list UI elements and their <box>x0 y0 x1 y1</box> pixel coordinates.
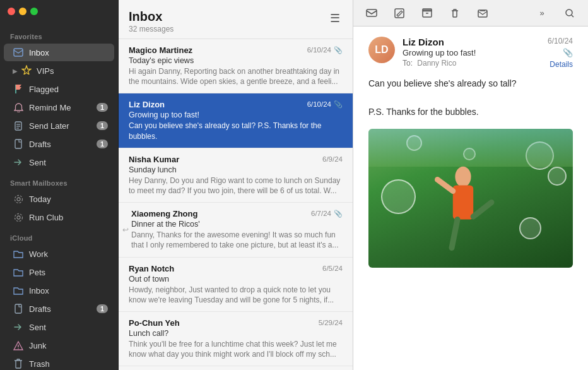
message-preview: Think you'll be free for a lunchtime cha… <box>129 339 343 359</box>
reading-toolbar: » <box>353 0 588 27</box>
badge-remind-me: 1 <box>97 103 108 112</box>
sidebar-item-send-later[interactable]: Send Later 1 <box>4 117 114 134</box>
spam-button[interactable] <box>474 5 491 21</box>
message-subject: Growing up too fast! <box>129 110 343 119</box>
message-header: Magico Martinez 6/10/24📎 <box>129 45 343 55</box>
badge-icloud-drafts: 1 <box>97 304 108 313</box>
sidebar-item-today[interactable]: Today <box>4 190 114 208</box>
message-date: 6/5/24 <box>322 265 343 272</box>
delete-button[interactable] <box>447 5 463 21</box>
message-preview: Hi again Danny, Reporting back on anothe… <box>129 66 343 87</box>
message-date: 6/10/24📎 <box>307 100 343 109</box>
icon-icloud-inbox <box>13 285 24 296</box>
svg-point-10 <box>15 213 22 221</box>
icon-work <box>13 248 24 260</box>
attachment-icon: 📎 <box>334 46 343 54</box>
svg-point-23 <box>566 9 572 16</box>
svg-rect-6 <box>15 140 21 148</box>
icon-remind-me <box>13 102 24 113</box>
svg-rect-26 <box>453 186 473 220</box>
sidebar-item-remind-me[interactable]: Remind Me 1 <box>4 98 114 116</box>
message-header: Ryan Notch 6/5/24 <box>129 264 343 273</box>
message-header: Nisha Kumar 6/9/24 <box>129 155 343 164</box>
sidebar-item-label: Send Later <box>29 121 97 131</box>
attachment-icon: 📎 <box>334 100 343 108</box>
filter-icon[interactable]: ☰ <box>327 9 343 28</box>
sidebar-item-inbox[interactable]: Inbox <box>4 44 114 61</box>
sidebar-item-label: Sent <box>29 323 108 332</box>
sender-name: Nisha Kumar <box>129 155 179 164</box>
svg-point-9 <box>17 216 20 219</box>
sidebar-section-smart-mailboxes: Smart Mailboxes <box>0 172 118 189</box>
sidebar-item-icloud-inbox[interactable]: Inbox <box>4 282 114 299</box>
icon-icloud-sent <box>13 321 24 333</box>
reading-pane: » LD Liz Dizon Growing up too fast! To: <box>353 0 588 370</box>
email-body-line1: Can you believe she's already so tall? <box>368 76 573 90</box>
messages-container: Magico Martinez 6/10/24📎 Today's epic vi… <box>119 39 353 370</box>
badge-send-later: 1 <box>97 121 108 130</box>
sidebar-item-flagged[interactable]: Flagged <box>4 80 114 98</box>
message-subject: Sunday lunch <box>129 165 343 174</box>
search-button[interactable] <box>562 5 578 21</box>
message-preview: Can you believe she's already so tall? P… <box>129 121 343 141</box>
close-button[interactable] <box>8 8 15 15</box>
reply-button[interactable] <box>363 5 380 21</box>
sidebar: Favorites Inbox ▶ VIPs Flagged Remind Me… <box>0 0 119 370</box>
icon-trash <box>13 358 24 369</box>
sidebar-item-label: Drafts <box>29 304 97 314</box>
message-date: 6/10/24📎 <box>307 46 343 54</box>
svg-line-29 <box>452 220 457 248</box>
traffic-lights <box>8 8 38 15</box>
sidebar-item-icloud-drafts[interactable]: Drafts 1 <box>4 300 114 318</box>
archive-button[interactable] <box>419 5 435 21</box>
details-link[interactable]: Details <box>550 60 573 69</box>
message-item[interactable]: Po-Chun Yeh 5/29/24 Lunch call? Think yo… <box>119 312 353 366</box>
to-label: To: <box>403 59 413 68</box>
email-image <box>368 129 573 268</box>
svg-line-28 <box>473 203 491 217</box>
sidebar-item-label: VIPs <box>37 66 54 76</box>
message-list-header: Inbox 32 messages ☰ <box>119 0 353 39</box>
message-item[interactable]: Ryan Notch 6/5/24 Out of town Howdy, nei… <box>119 258 353 312</box>
sidebar-item-junk[interactable]: Junk <box>4 337 114 354</box>
sidebar-item-label: Junk <box>29 341 108 350</box>
message-subject: Dinner at the Ricos' <box>131 220 343 229</box>
message-item[interactable]: Magico Martinez 6/10/24📎 Today's epic vi… <box>119 39 353 93</box>
icon-sent <box>13 157 24 168</box>
sender-name: Liz Dizon <box>129 100 165 109</box>
svg-point-25 <box>455 167 471 187</box>
sidebar-item-label: Drafts <box>29 140 97 149</box>
icon-inbox <box>13 47 24 58</box>
message-item[interactable]: Nisha Kumar 6/9/24 Sunday lunch Hey Dann… <box>119 148 353 203</box>
reading-content: LD Liz Dizon Growing up too fast! To: Da… <box>353 27 588 370</box>
sidebar-item-vips[interactable]: ▶ VIPs <box>4 62 114 80</box>
svg-rect-11 <box>15 304 21 313</box>
sidebar-item-drafts[interactable]: Drafts 1 <box>4 135 114 153</box>
message-subject: Lunch call? <box>129 329 343 338</box>
message-item[interactable]: Liz Dizon 6/10/24📎 Growing up too fast! … <box>119 93 353 148</box>
sidebar-item-pets[interactable]: Pets <box>4 263 114 281</box>
sidebar-item-icloud-sent[interactable]: Sent <box>4 318 114 336</box>
attachment-icon: 📎 <box>334 210 343 217</box>
message-date: 6/9/24 <box>322 155 343 163</box>
email-to: To: Danny Rico <box>403 59 540 68</box>
minimize-button[interactable] <box>19 8 26 15</box>
inbox-subtitle: 32 messages <box>129 25 173 33</box>
more-actions-button[interactable]: » <box>534 5 550 21</box>
svg-point-13 <box>18 348 18 349</box>
message-item[interactable]: ↩ Xiaomeng Zhong 6/7/24📎 Dinner at the R… <box>119 203 353 257</box>
sidebar-item-label: Pets <box>29 268 108 277</box>
sidebar-item-label: Work <box>29 249 108 259</box>
inbox-title: Inbox <box>129 9 173 24</box>
sidebar-item-work[interactable]: Work <box>4 245 114 263</box>
compose-button[interactable] <box>391 5 408 21</box>
message-date: 6/7/24📎 <box>311 210 343 218</box>
icon-drafts <box>13 138 24 150</box>
sidebar-item-label: Run Club <box>29 213 108 222</box>
sidebar-item-sent[interactable]: Sent <box>4 153 114 171</box>
sidebar-item-trash[interactable]: Trash <box>4 355 114 370</box>
fullscreen-button[interactable] <box>30 8 38 15</box>
email-meta: Liz Dizon Growing up too fast! To: Danny… <box>403 37 540 68</box>
sidebar-item-run-club[interactable]: Run Club <box>4 208 114 226</box>
message-item[interactable]: Graham McBride 5/22/24 Book Club Are you… <box>119 366 353 370</box>
